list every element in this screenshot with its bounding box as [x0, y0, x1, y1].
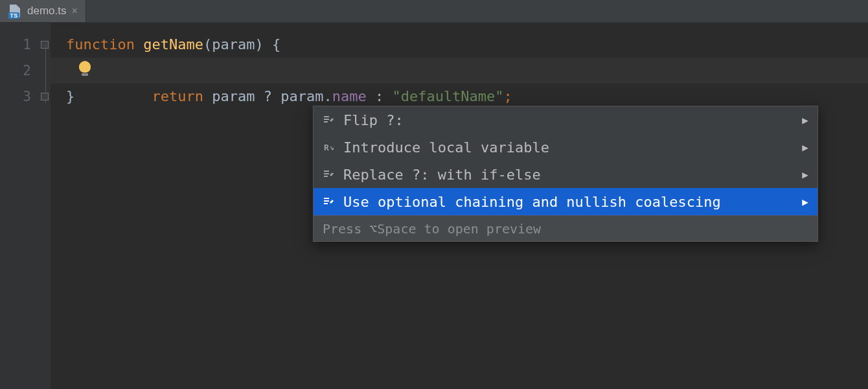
gutter: 1 2 3	[0, 23, 51, 389]
ts-badge: TS	[8, 12, 19, 19]
intention-label: Use optional chaining and nullish coales…	[343, 194, 794, 210]
intention-label: Introduce local variable	[343, 139, 794, 156]
line-number-text: 3	[23, 89, 31, 104]
fold-start-icon[interactable]	[40, 41, 49, 49]
intention-label: Replace ?: with if-else	[343, 167, 794, 183]
intention-item-replace-ifelse[interactable]: Replace ?: with if-else ▶	[314, 161, 817, 188]
chevron-right-icon: ▶	[802, 169, 808, 181]
intention-icon	[323, 113, 336, 126]
line-number-text: 1	[23, 37, 31, 53]
code-area[interactable]: function getName(param) { return param ?…	[51, 23, 868, 389]
paren-open: (	[203, 36, 212, 53]
intention-item-optional-chaining[interactable]: Use optional chaining and nullish coales…	[314, 188, 817, 215]
line-number: 3	[0, 84, 51, 110]
brace-close: }	[66, 88, 74, 104]
intention-item-introduce-variable[interactable]: R↘ Introduce local variable ▶	[314, 134, 817, 161]
brace-open: {	[264, 36, 281, 53]
tab-filename: demo.ts	[27, 5, 66, 18]
tab-bar: TS demo.ts ×	[0, 0, 868, 23]
line-number: 1	[0, 32, 51, 58]
editor: 1 2 3 function getName(param) { return p…	[0, 23, 868, 389]
code-line-active: return param ? param.name : "defaultName…	[51, 58, 868, 84]
intention-bulb-icon[interactable]	[76, 61, 93, 78]
chevron-right-icon: ▶	[802, 141, 808, 154]
line-number-text: 2	[23, 63, 31, 78]
intention-actions-popup: Flip ?: ▶ R↘ Introduce local variable ▶ …	[313, 106, 818, 242]
file-tab[interactable]: TS demo.ts ×	[0, 0, 86, 22]
chevron-right-icon: ▶	[802, 196, 808, 208]
fold-end-icon[interactable]	[40, 93, 49, 100]
code-line: function getName(param) {	[51, 32, 868, 58]
intention-item-flip[interactable]: Flip ?: ▶	[314, 106, 817, 134]
refactor-icon: R↘	[323, 141, 336, 154]
line-number: 2	[0, 58, 51, 84]
intention-label: Flip ?:	[343, 112, 794, 128]
popup-hint: Press ⌥Space to open preview	[314, 215, 817, 241]
paren-close: )	[255, 36, 263, 53]
intention-icon	[323, 195, 336, 208]
chevron-right-icon: ▶	[802, 114, 808, 126]
function-name: getName	[143, 36, 203, 53]
param-name: param	[212, 36, 255, 53]
intention-icon	[323, 168, 336, 181]
typescript-file-icon: TS	[8, 4, 22, 18]
keyword-function: function	[66, 36, 135, 53]
close-tab-icon[interactable]: ×	[71, 6, 77, 16]
